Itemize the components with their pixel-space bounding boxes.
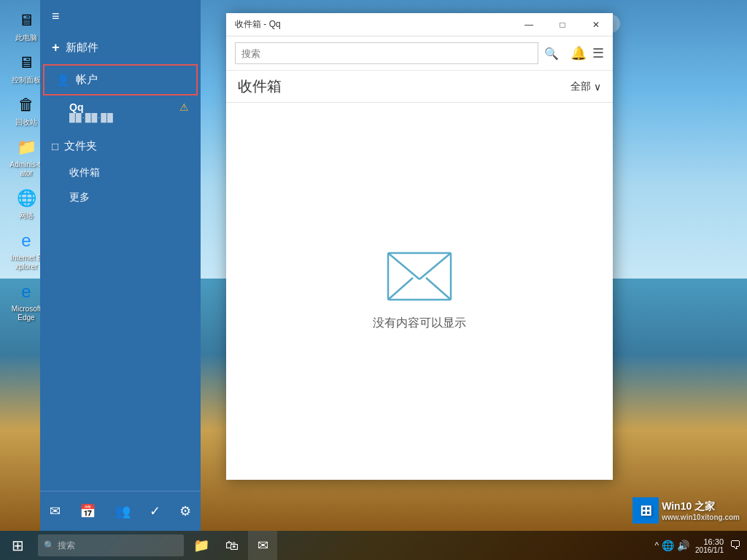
administrator-icon: 📁 bbox=[15, 136, 38, 159]
clock-date: 2016/1/1 bbox=[695, 546, 724, 554]
controlpanel-icon: 🖥 bbox=[15, 51, 38, 74]
sidebar-new-mail-button[interactable]: + 新邮件 bbox=[40, 33, 201, 63]
empty-content-area: 没有内容可以显示 bbox=[226, 103, 613, 480]
taskbar-search-icon: 🔍 bbox=[44, 540, 55, 551]
inbox-filter-dropdown[interactable]: 全部 ∨ bbox=[570, 80, 601, 93]
start-button[interactable]: ⊞ bbox=[0, 531, 35, 560]
account-label: 帐户 bbox=[76, 73, 98, 87]
ie-icon: e bbox=[15, 229, 38, 252]
recyclebin-icon: 🗑 bbox=[15, 93, 38, 117]
close-button[interactable]: ✕ bbox=[579, 13, 613, 36]
search-toolbar-row: 🔍 🔔 ☰ bbox=[226, 36, 613, 71]
tray-network-icon[interactable]: 🌐 bbox=[662, 540, 674, 551]
bottom-people-icon[interactable]: 👥 bbox=[109, 500, 136, 522]
recyclebin-label: 回收站 bbox=[15, 118, 37, 127]
sidebar-inbox-item[interactable]: 收件箱 bbox=[40, 160, 201, 185]
minimize-button[interactable]: — bbox=[512, 13, 546, 36]
new-mail-label: 新邮件 bbox=[66, 41, 98, 55]
network-icon: 🌐 bbox=[15, 187, 38, 210]
qq-name: Qq bbox=[69, 101, 83, 113]
network-label: 网络 bbox=[19, 211, 34, 220]
tray-volume-icon[interactable]: 🔊 bbox=[677, 540, 689, 551]
taskbar-mail-icon[interactable]: ✉ bbox=[248, 531, 277, 560]
watermark-sub: www.win10xitong.com bbox=[662, 513, 740, 521]
taskbar-tray: ^ 🌐 🔊 bbox=[654, 540, 689, 551]
administrator-label: Adminis-trator bbox=[9, 160, 44, 178]
ie-label: Internet Explorer bbox=[9, 254, 44, 271]
bottom-settings-icon[interactable]: ⚙ bbox=[174, 500, 197, 522]
taskbar-search-placeholder: 搜索 bbox=[58, 540, 75, 552]
hamburger-icon: ≡ bbox=[52, 9, 60, 24]
notification-icon[interactable]: 🔔 bbox=[570, 45, 587, 61]
filter-lines-icon[interactable]: ☰ bbox=[592, 45, 604, 61]
sidebar-more-item[interactable]: 更多 bbox=[40, 185, 201, 210]
search-input[interactable] bbox=[235, 42, 538, 64]
taskbar-right: ^ 🌐 🔊 16:30 2016/1/1 🗨 bbox=[654, 537, 747, 554]
win10-logo-icon: ⊞ bbox=[632, 497, 659, 524]
more-label: 更多 bbox=[69, 191, 90, 203]
inbox-header: 收件箱 全部 ∨ bbox=[226, 71, 613, 103]
plus-icon: + bbox=[52, 40, 60, 55]
filter-label: 全部 bbox=[570, 80, 591, 93]
account-icon: 👤 bbox=[56, 74, 70, 87]
taskbar-clock[interactable]: 16:30 2016/1/1 bbox=[695, 537, 724, 554]
bottom-check-icon[interactable]: ✓ bbox=[144, 500, 166, 522]
sidebar-bottom-bar: ✉ 📅 👥 ✓ ⚙ bbox=[40, 491, 201, 531]
empty-envelope-icon bbox=[387, 252, 452, 301]
tray-chevron[interactable]: ^ bbox=[654, 540, 659, 551]
windows-icon: ⊞ bbox=[12, 537, 24, 554]
watermark-main: Win10 之家 bbox=[662, 500, 740, 513]
maximize-button[interactable]: □ bbox=[546, 13, 579, 36]
watermark-text: Win10 之家 www.win10xitong.com bbox=[662, 500, 740, 521]
watermark: ⊞ Win10 之家 www.win10xitong.com bbox=[632, 497, 740, 524]
sidebar-menu-icon[interactable]: ≡ bbox=[40, 0, 201, 33]
taskbar: ⊞ 🔍 搜索 📁 🛍 ✉ ^ 🌐 🔊 16:30 2016/1/1 🗨 bbox=[0, 531, 747, 560]
sidebar-folder-item[interactable]: □ 文件夹 bbox=[40, 132, 201, 160]
action-center-icon[interactable]: 🗨 bbox=[729, 539, 741, 552]
desktop: 🖥 此电脑 🖥 控制面板 🗑 回收站 📁 Adminis-trator 🌐 网络… bbox=[0, 0, 747, 560]
thispc-icon: 🖥 bbox=[15, 9, 38, 32]
mail-window: 收件箱 - Qq — □ ✕ 🔍 🔔 ☰ 收件箱 全部 ∨ bbox=[226, 13, 613, 480]
bottom-mail-icon[interactable]: ✉ bbox=[44, 500, 66, 522]
taskbar-fileexplorer-icon[interactable]: 📁 bbox=[187, 531, 216, 560]
warning-icon: ⚠ bbox=[179, 101, 189, 113]
thispc-label: 此电脑 bbox=[15, 34, 37, 42]
window-titlebar: 收件箱 - Qq — □ ✕ bbox=[226, 13, 613, 36]
qq-account[interactable]: Qq ⚠ ██·██·██ bbox=[40, 97, 201, 126]
bottom-calendar-icon[interactable]: 📅 bbox=[74, 500, 101, 522]
mail-sidebar: ≡ + 新邮件 👤 帐户 Qq ⚠ ██·██·██ □ 文件夹 收件箱 bbox=[40, 0, 201, 531]
taskbar-pinned-icons: 📁 🛍 ✉ bbox=[187, 531, 277, 560]
taskbar-store-icon[interactable]: 🛍 bbox=[217, 531, 247, 560]
search-icon: 🔍 bbox=[544, 47, 559, 61]
empty-message: 没有内容可以显示 bbox=[373, 316, 466, 331]
inbox-label: 收件箱 bbox=[69, 166, 100, 178]
controlpanel-label: 控制面板 bbox=[12, 76, 41, 85]
qq-email: ██·██·██ bbox=[69, 113, 189, 122]
chevron-down-icon: ∨ bbox=[594, 81, 601, 93]
edge-icon: e bbox=[15, 280, 38, 303]
inbox-title: 收件箱 bbox=[238, 77, 282, 96]
taskbar-search[interactable]: 🔍 搜索 bbox=[38, 534, 184, 556]
clock-time: 16:30 bbox=[695, 537, 724, 546]
window-title: 收件箱 - Qq bbox=[226, 18, 512, 31]
folder-icon: □ bbox=[52, 140, 58, 152]
sidebar-account-item[interactable]: 👤 帐户 bbox=[43, 64, 198, 96]
folder-label: 文件夹 bbox=[64, 139, 97, 153]
edge-label: Microsoft Edge bbox=[9, 305, 44, 322]
